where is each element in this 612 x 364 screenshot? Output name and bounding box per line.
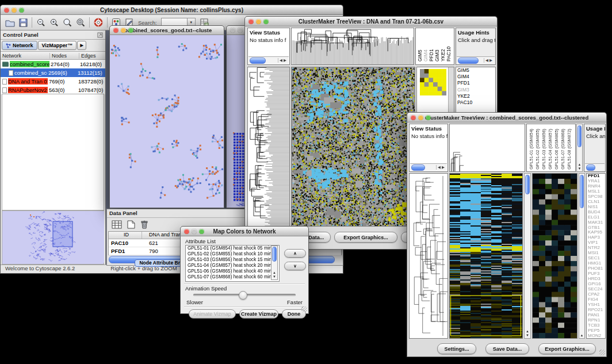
column-label[interactable]: GIM3 (435, 29, 440, 62)
export-graphics-button[interactable]: Export Graphics... (334, 232, 397, 243)
usage-hints-hscrollbar[interactable]: ◀▶ (457, 56, 495, 64)
network1-titlebar[interactable]: combined_scores_good.txt--cluste... (109, 25, 224, 35)
network-tree-row[interactable]: RNAPuberNov2+563(0)107847(0) (1, 86, 105, 94)
gene-label[interactable]: GIM3 (456, 87, 495, 93)
attribute-item[interactable]: GPL51-07 (GSM868) heat shock 60 min (186, 274, 279, 280)
minimize-button[interactable] (12, 7, 17, 13)
save-data-button[interactable]: Save Data... (485, 343, 529, 354)
row-dendrogram-panel[interactable] (247, 67, 290, 227)
heatmap-vscrollbar[interactable]: ▲▼ (524, 173, 531, 339)
heatmap-panel[interactable] (291, 67, 415, 227)
scroll-arrows[interactable]: ◀▶ (436, 165, 447, 170)
labels-vscrollbar[interactable]: ▲▼ (576, 124, 583, 172)
float-panel-icon[interactable] (97, 32, 103, 38)
gene-label[interactable]: GIM4 (456, 74, 495, 80)
main-titlebar[interactable]: Cytoscape Desktop (Session Name: collins… (0, 5, 343, 15)
column-dendrogram-canvas[interactable] (450, 124, 525, 171)
minimize-button[interactable] (418, 115, 423, 120)
dialog-titlebar[interactable]: Map Colors to Network (180, 226, 309, 236)
tab-vizmapper[interactable]: VizMapper™ (38, 41, 77, 50)
zoom-button[interactable] (128, 28, 133, 33)
column-label[interactable]: PFD1 (429, 29, 434, 62)
zoom-selected-icon[interactable] (76, 18, 85, 27)
zoom-button[interactable] (19, 7, 24, 13)
column-label[interactable]: GPL51-01 (GSM854) (529, 125, 534, 170)
column-label[interactable]: GIM4 (423, 29, 429, 62)
gene-label[interactable]: GIM5 (456, 67, 495, 74)
column-label[interactable]: GPL51-07 (GSM868) (560, 125, 566, 170)
help-lifering-icon[interactable] (94, 18, 103, 27)
close-button[interactable] (248, 19, 254, 24)
network-overview-canvas[interactable] (2, 211, 104, 263)
export-graphics-button[interactable]: Export Graphics... (538, 343, 596, 354)
zoom-heatmap-panel[interactable] (532, 173, 577, 339)
resize-grip[interactable] (599, 350, 605, 355)
network-canvas[interactable] (110, 35, 224, 208)
network-overview-panel[interactable] (2, 210, 104, 265)
minimize-button[interactable] (238, 28, 243, 33)
column-label[interactable]: GIM5 (418, 29, 423, 62)
row-dendrogram-canvas[interactable] (410, 174, 447, 338)
zoom-in-icon[interactable] (49, 18, 59, 27)
row-dendrogram-canvas[interactable] (248, 67, 289, 226)
close-button[interactable] (113, 28, 118, 33)
column-dendrogram-panel[interactable] (449, 124, 525, 172)
column-label[interactable]: GPL51-04 (GSM857) (548, 125, 553, 170)
attribute-item[interactable]: GPL51-01 (GSM854) heat shock 05 min (186, 246, 279, 251)
column-label[interactable]: GPL51-06 (GSM865) (554, 125, 560, 170)
minimize-button[interactable] (121, 28, 126, 33)
move-down-button[interactable]: ∨ (284, 262, 306, 270)
tab-overflow-arrow[interactable]: ▶ (77, 41, 86, 50)
select-attributes-icon[interactable] (112, 220, 122, 229)
zoom-button[interactable] (199, 229, 204, 234)
slider-thumb[interactable] (239, 291, 247, 300)
gene-label[interactable]: PAC10 (456, 99, 495, 106)
column-label[interactable]: YKE2 (441, 29, 446, 62)
minimize-button[interactable] (256, 19, 261, 24)
heatmap-canvas[interactable] (450, 174, 522, 338)
column-label[interactable]: PAC10 (446, 29, 452, 62)
attribute-item[interactable]: GPL51-04 (GSM857) heat shock 20 min (186, 263, 279, 269)
row-dendrogram-panel[interactable] (409, 173, 448, 339)
settings-button[interactable]: Settings... (437, 343, 476, 354)
column-label[interactable]: GPL51-03 (GSM856) (541, 125, 547, 170)
move-up-button[interactable]: ∧ (284, 249, 306, 258)
zoom-button[interactable] (263, 19, 269, 24)
create-vizmap-button[interactable]: Create Vizmap (239, 309, 278, 319)
attribute-item[interactable]: GPL51-02 (GSM855) heat shock 10 min (186, 251, 279, 257)
zoom-heatmap-canvas[interactable] (533, 174, 577, 338)
heatmap-canvas[interactable] (292, 67, 415, 226)
network-tree-row[interactable]: combined_scores2764(0)16218(0) (1, 60, 105, 68)
heatmap-panel[interactable] (449, 173, 523, 339)
view-status-hscrollbar[interactable]: ◀▶ (410, 163, 447, 171)
treeview2-titlebar[interactable]: ClusterMaker TreeView : combined_scores_… (407, 112, 607, 122)
open-session-icon[interactable] (5, 18, 15, 27)
gene-label[interactable]: YKE2 (456, 93, 495, 99)
zoom-out-icon[interactable] (36, 18, 45, 27)
column-dendrogram-canvas[interactable] (292, 28, 414, 64)
gene-label[interactable]: PFD1 (456, 80, 495, 86)
attribute-item[interactable]: GPL51-03 (GSM856) heat shock 15 min (186, 257, 279, 263)
column-label[interactable]: GPL51-02 (GSM855) (535, 125, 541, 170)
view-status-hscrollbar[interactable]: ◀▶ (248, 56, 289, 64)
zoom-fit-icon[interactable] (63, 18, 72, 27)
close-button[interactable] (230, 28, 235, 33)
tab-network[interactable]: Network (2, 41, 37, 50)
scroll-arrows[interactable]: ◀▶ (484, 58, 495, 63)
resize-grip[interactable] (301, 306, 307, 312)
animate-vizmap-button[interactable]: Animate Vizmap (189, 309, 236, 319)
zoom-button[interactable] (426, 115, 431, 120)
close-button[interactable] (411, 115, 416, 120)
close-button[interactable] (184, 229, 189, 234)
thumbnail-heatmap-canvas[interactable] (420, 69, 446, 95)
column-dendrogram-panel[interactable] (291, 28, 414, 65)
save-session-icon[interactable] (19, 18, 28, 27)
attribute-item[interactable]: GPL51-06 (GSM865) heat shock 40 min (186, 269, 279, 274)
genelist-vscrollbar[interactable]: ▲ (579, 173, 585, 339)
gene-label[interactable]: MON2 (587, 334, 605, 339)
new-attribute-icon[interactable] (127, 220, 135, 229)
network-tree-row[interactable]: DNA and Tran 07769(0)183728(0) (1, 77, 105, 86)
scroll-arrows[interactable]: ◀▶ (278, 58, 289, 63)
treeview1-titlebar[interactable]: ClusterMaker TreeView : DNA and Tran 07-… (244, 16, 498, 26)
network-tree-row[interactable]: combined_sco2569(6)13112(15) (1, 68, 105, 77)
